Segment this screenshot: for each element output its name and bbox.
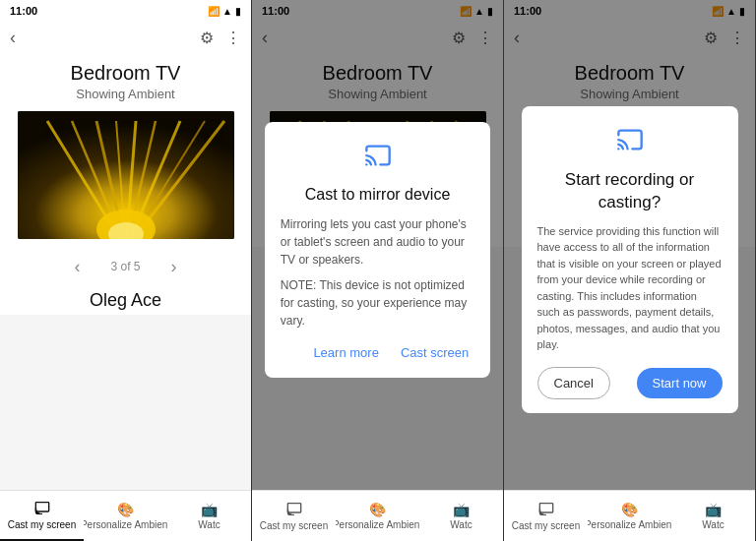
- status-bar-1: 11:00 📶 ▲ ▮: [0, 0, 251, 22]
- cancel-button-3[interactable]: Cancel: [537, 367, 610, 399]
- image-container-1: [0, 103, 251, 247]
- tab-personalize-1[interactable]: 🎨 Personalize Ambient: [84, 491, 167, 541]
- ambient-image-svg-1: [18, 111, 234, 239]
- cast-tab-icon-1: [34, 501, 50, 517]
- dialog-body-3: The service providing this function will…: [537, 223, 723, 353]
- dialog-note-2: NOTE: This device is not optimized for c…: [281, 276, 475, 330]
- action-bar-1: ‹ ⚙ ⋮: [0, 22, 251, 54]
- spacer-1: [0, 315, 251, 490]
- cast-screen-button[interactable]: Cast screen: [395, 341, 474, 364]
- device-subtitle-1: Showing Ambient: [0, 87, 251, 101]
- tab-cast-screen-2[interactable]: Cast my screen: [252, 491, 336, 541]
- counter-nav-1: ‹ 3 of 5 ›: [0, 247, 251, 286]
- dialog-overlay-3: Start recording or casting? The service …: [504, 0, 755, 541]
- tab-cast-label-3: Cast my screen: [512, 520, 580, 531]
- dialog-title-3: Start recording or casting?: [537, 169, 723, 212]
- artist-name-1: Oleg Ace: [0, 286, 251, 315]
- settings-gear-icon-1[interactable]: ⚙: [200, 29, 214, 47]
- title-area-1: Bedroom TV Showing Ambient: [0, 54, 251, 103]
- start-now-button[interactable]: Start now: [637, 368, 723, 398]
- more-dots-icon-1[interactable]: ⋮: [225, 29, 241, 47]
- next-button-1[interactable]: ›: [160, 253, 188, 280]
- device-title-1: Bedroom TV: [0, 62, 251, 85]
- dialog-body-2: Mirroring lets you cast your phone's or …: [281, 215, 475, 330]
- svg-rect-29: [539, 503, 552, 511]
- dialog-overlay-2: Cast to mirror device Mirroring lets you…: [252, 0, 503, 541]
- dialog-actions-3: Cancel Start now: [537, 367, 723, 399]
- tab-watch-label-2: Watc: [450, 519, 472, 530]
- phone-panel-3: 11:00 📶 ▲ ▮ ‹ ⚙ ⋮ Bedroom TV Showing Amb…: [504, 0, 756, 541]
- bottom-tabs-1: Cast my screen 🎨 Personalize Ambient 📺 W…: [0, 490, 251, 541]
- svg-rect-23: [287, 503, 300, 511]
- tab-watch-label-1: Watc: [198, 519, 220, 530]
- sim-icon: 📶: [208, 6, 220, 17]
- tv-image-inner-1: [18, 111, 234, 239]
- dialog-title-2: Cast to mirror device: [281, 185, 475, 206]
- tab-watch-1[interactable]: 📺 Watc: [167, 491, 251, 541]
- tab-watch-2[interactable]: 📺 Watc: [419, 491, 503, 541]
- prev-button-1[interactable]: ‹: [63, 253, 91, 280]
- tab-personalize-label-2: Personalize Ambient: [336, 519, 419, 530]
- watch-tab-icon-1: 📺: [201, 502, 218, 517]
- dialog-cast-icon-3: [537, 126, 723, 159]
- tab-personalize-label-1: Personalize Ambient: [84, 519, 167, 530]
- wifi-icon: ▲: [222, 6, 232, 17]
- personalize-icon-3: 🎨: [621, 502, 638, 517]
- back-chevron-icon-1[interactable]: ‹: [10, 28, 16, 48]
- status-time-1: 11:00: [10, 5, 37, 17]
- svg-rect-12: [35, 502, 48, 511]
- status-icons-1: 📶 ▲ ▮: [208, 6, 241, 17]
- tab-cast-screen-label-1: Cast my screen: [8, 519, 76, 530]
- tab-personalize-3[interactable]: 🎨 Personalize Ambient: [588, 491, 671, 541]
- tab-watch-label-3: Watc: [702, 519, 724, 530]
- watch-icon-2: 📺: [453, 502, 470, 517]
- dialog-actions-2: Learn more Cast screen: [281, 341, 475, 364]
- tab-personalize-2[interactable]: 🎨 Personalize Ambient: [336, 491, 419, 541]
- personalize-tab-icon-1: 🎨: [117, 502, 134, 517]
- start-recording-dialog: Start recording or casting? The service …: [522, 106, 738, 412]
- image-counter-1: 3 of 5: [110, 260, 140, 273]
- dialog-cast-icon-2: [281, 142, 475, 175]
- learn-more-button[interactable]: Learn more: [307, 341, 384, 364]
- tab-cast-label-2: Cast my screen: [260, 520, 328, 531]
- cast-mirror-dialog: Cast to mirror device Mirroring lets you…: [265, 122, 491, 378]
- cast-tab-icon-2: [286, 502, 302, 518]
- bottom-tabs-3: Cast my screen 🎨 Personalize Ambient 📺 W…: [504, 490, 755, 541]
- phone-panel-2: 11:00 📶 ▲ ▮ ‹ ⚙ ⋮ Bedroom TV Showing Amb…: [252, 0, 504, 541]
- tv-image-1: [18, 111, 234, 239]
- tab-personalize-label-3: Personalize Ambient: [588, 519, 671, 530]
- bottom-tabs-2: Cast my screen 🎨 Personalize Ambient 📺 W…: [252, 490, 503, 541]
- personalize-icon-2: 🎨: [369, 502, 386, 517]
- cast-tab-icon-3: [538, 502, 554, 518]
- watch-icon-3: 📺: [705, 502, 722, 517]
- battery-icon: ▮: [235, 6, 241, 17]
- tab-cast-screen-1[interactable]: Cast my screen: [0, 491, 84, 541]
- action-right-icons-1: ⚙ ⋮: [200, 29, 241, 47]
- phone-panel-1: 11:00 📶 ▲ ▮ ‹ ⚙ ⋮ Bedroom TV Showing Amb…: [0, 0, 252, 541]
- tab-cast-screen-3[interactable]: Cast my screen: [504, 491, 588, 541]
- tab-watch-3[interactable]: 📺 Watc: [671, 491, 755, 541]
